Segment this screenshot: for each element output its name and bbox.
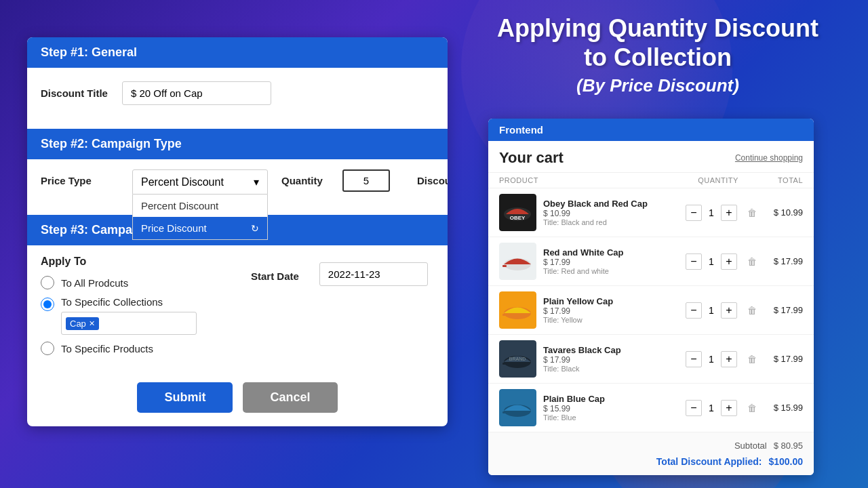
col-header-quantity: QUANTITY (681, 176, 755, 184)
qty-value-3: 1 (705, 354, 718, 365)
radio-collections-label: To Specific Collections (61, 296, 197, 308)
delete-item-0[interactable]: 🗑 (747, 207, 757, 218)
qty-value-2: 1 (705, 305, 718, 316)
start-date-label: Start Date (251, 266, 299, 282)
qty-value-1: 1 (705, 256, 718, 267)
delete-item-2[interactable]: 🗑 (747, 305, 757, 316)
qty-control-4: − 1 + (681, 400, 742, 416)
col-header-total: TOTAL (755, 176, 803, 184)
quantity-label: Quantity (281, 175, 336, 186)
cancel-button[interactable]: Cancel (243, 382, 337, 413)
product-name-0: Obey Black and Red Cap (543, 199, 681, 209)
radio-all-products[interactable] (41, 276, 54, 289)
product-title-4: Title: Blue (543, 413, 681, 422)
loading-icon: ↻ (251, 223, 259, 234)
qty-increase-2[interactable]: + (721, 302, 737, 319)
discount-title-label: Discount Title (41, 87, 122, 99)
qty-decrease-4[interactable]: − (686, 400, 702, 416)
svg-text:OBEY: OBEY (510, 215, 526, 221)
table-row: Red and White Cap $ 17.99 Title: Red and… (488, 237, 814, 286)
subtotal-label: Subtotal (734, 441, 767, 451)
delete-item-1[interactable]: 🗑 (747, 256, 757, 267)
continue-shopping-link[interactable]: Continue shopping (735, 153, 803, 163)
product-image-2 (499, 291, 536, 329)
product-image-1 (499, 243, 536, 280)
svg-rect-8 (502, 314, 507, 316)
frontend-label: Frontend (488, 119, 814, 141)
heading-line1: Applying Quantity Discount (497, 14, 818, 42)
item-total-3: $ 17.99 (762, 354, 803, 364)
total-discount-label: Total Discount Applied: (656, 456, 762, 467)
product-image-4 (499, 389, 536, 426)
submit-button[interactable]: Submit (137, 382, 233, 413)
qty-increase-3[interactable]: + (721, 351, 737, 367)
svg-rect-5 (502, 265, 507, 267)
product-details-3: Tavares Black Cap $ 17.99 Title: Black (543, 345, 681, 373)
item-total-0: $ 10.99 (762, 207, 803, 218)
left-panel: Step #1: General Discount Title Step #2:… (27, 37, 448, 426)
col-header-product: PRODUCT (499, 176, 681, 184)
qty-value-4: 1 (705, 403, 718, 413)
product-title-0: Title: Black and red (543, 218, 681, 226)
heading-line2: to Collection (584, 43, 732, 71)
frontend-panel: Frontend Your cart Continue shopping PRO… (488, 119, 814, 475)
dropdown-option-price[interactable]: Price Discount ↻ (133, 217, 267, 239)
product-image-0: OBEY (499, 194, 536, 231)
qty-decrease-3[interactable]: − (686, 351, 702, 367)
dropdown-options-list: Percent Discount Price Discount ↻ (132, 195, 268, 240)
page-heading: Applying Quantity Discount to Collection… (448, 14, 868, 96)
product-name-1: Red and White Cap (543, 247, 681, 258)
discount-title-input[interactable] (122, 81, 271, 105)
item-total-2: $ 17.99 (762, 305, 803, 315)
svg-text:BRAND: BRAND (509, 357, 526, 361)
price-type-dropdown[interactable]: Percent Discount ▾ Percent Discount Pric… (132, 169, 268, 195)
dropdown-display[interactable]: Percent Discount ▾ (132, 169, 268, 195)
collections-tag-input[interactable]: Cap ✕ (61, 312, 197, 335)
qty-decrease-0[interactable]: − (686, 205, 702, 221)
qty-value-0: 1 (705, 207, 718, 218)
step1-header: Step #1: General (27, 37, 448, 68)
qty-increase-4[interactable]: + (721, 400, 737, 416)
chevron-down-icon: ▾ (254, 176, 259, 188)
qty-control-0: − 1 + (681, 205, 742, 221)
product-name-2: Plain Yellow Cap (543, 296, 681, 306)
qty-decrease-2[interactable]: − (686, 302, 702, 319)
delete-item-4[interactable]: 🗑 (747, 403, 757, 413)
table-row: Plain Blue Cap $ 15.99 Title: Blue − 1 +… (488, 384, 814, 432)
total-discount-value: $100.00 (768, 456, 803, 467)
radio-all-label: To All Prodcuts (61, 277, 128, 289)
product-image-3: BRAND (499, 340, 536, 378)
product-title-1: Title: Red and white (543, 267, 681, 275)
quantity-input[interactable] (342, 169, 390, 192)
item-total-1: $ 17.99 (762, 256, 803, 266)
apply-to-label: Apply To (41, 256, 224, 268)
heading-subtitle: (By Price Discount) (448, 75, 868, 96)
product-price-1: $ 17.99 (543, 258, 681, 267)
dropdown-option-percent[interactable]: Percent Discount (133, 195, 267, 217)
qty-decrease-1[interactable]: − (686, 253, 702, 270)
start-date-input[interactable] (319, 262, 428, 286)
delete-item-3[interactable]: 🗑 (747, 354, 757, 365)
item-total-4: $ 15.99 (762, 403, 803, 413)
cart-footer: Subtotal $ 80.95 Total Discount Applied:… (488, 432, 814, 475)
qty-control-3: − 1 + (681, 351, 742, 367)
product-name-3: Tavares Black Cap (543, 345, 681, 355)
product-title-2: Title: Yellow (543, 316, 681, 324)
product-price-0: $ 10.99 (543, 209, 681, 218)
dropdown-selected-text: Percent Discount (141, 176, 224, 188)
tag-remove-icon[interactable]: ✕ (89, 319, 95, 328)
cart-title: Your cart (499, 149, 564, 167)
product-price-2: $ 17.99 (543, 306, 681, 316)
product-price-3: $ 17.99 (543, 355, 681, 365)
cart-items-list: OBEY Obey Black and Red Cap $ 10.99 Titl… (488, 188, 814, 432)
collection-tag: Cap ✕ (66, 317, 99, 330)
product-price-4: $ 15.99 (543, 404, 681, 413)
radio-products[interactable] (41, 342, 54, 355)
qty-increase-0[interactable]: + (721, 205, 737, 221)
product-details-1: Red and White Cap $ 17.99 Title: Red and… (543, 247, 681, 275)
qty-increase-1[interactable]: + (721, 253, 737, 270)
radio-collections[interactable] (41, 298, 54, 311)
product-title-3: Title: Black (543, 365, 681, 373)
table-row: BRAND Tavares Black Cap $ 17.99 Title: B… (488, 335, 814, 384)
price-type-label: Price Type (41, 169, 122, 186)
